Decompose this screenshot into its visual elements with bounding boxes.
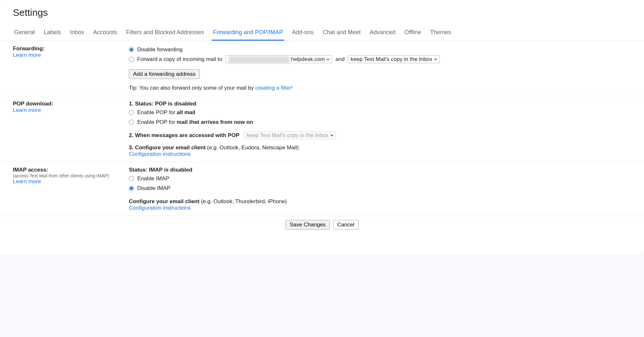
pop-label: POP download:: [13, 101, 122, 107]
section-forwarding: Forwarding: Learn more Disable forwardin…: [0, 41, 644, 96]
cancel-button[interactable]: Cancel: [333, 220, 359, 230]
pop-configure-hint: (e.g. Outlook, Eudora, Netscape Mail): [206, 144, 299, 151]
section-imap: IMAP access: (access Text Mail from othe…: [0, 162, 644, 216]
pop-enable-new-label: Enable POP for mail that arrives from no…: [137, 118, 253, 126]
forwarding-learn-more-link[interactable]: Learn more: [13, 52, 41, 58]
forwarding-disable-label: Disable forwarding: [137, 45, 183, 54]
pop-enable-all-label: Enable POP for all mail: [137, 108, 195, 117]
imap-label: IMAP access:: [13, 167, 122, 173]
forwarding-disable-radio[interactable]: [129, 47, 134, 52]
imap-configure-hint: (e.g. Outlook, Thunderbird, iPhone): [199, 198, 287, 204]
tab-inbox[interactable]: Inbox: [69, 25, 85, 41]
page-title: Settings: [0, 0, 644, 21]
tab-addons[interactable]: Add-ons: [291, 25, 315, 41]
forwarding-address-select[interactable]: helpdesk.com: [226, 55, 332, 63]
obscured-address: [228, 56, 290, 63]
imap-config-instructions-link[interactable]: Configuration instructions: [129, 205, 191, 211]
imap-sub-label: (access Text Mail from other clients usi…: [13, 173, 122, 178]
tab-chat-meet[interactable]: Chat and Meet: [321, 25, 362, 41]
forwarding-enable-label: Forward a copy of incoming mail to: [137, 55, 222, 64]
forwarding-enable-radio[interactable]: [129, 57, 134, 62]
tab-general[interactable]: General: [13, 25, 36, 41]
imap-disable-label: Disable IMAP: [137, 184, 170, 193]
forwarding-address-suffix: helpdesk.com: [291, 56, 325, 62]
tab-advanced[interactable]: Advanced: [369, 25, 397, 41]
create-filter-link[interactable]: creating a filter!: [255, 85, 293, 91]
tab-accounts[interactable]: Accounts: [92, 25, 118, 41]
save-changes-button[interactable]: Save Changes: [285, 220, 330, 230]
imap-status-label: Status: IMAP is disabled: [129, 167, 192, 173]
tab-offline[interactable]: Offline: [403, 25, 423, 41]
tab-themes[interactable]: Themes: [429, 25, 452, 41]
tab-filters[interactable]: Filters and Blocked Addresses: [125, 25, 205, 41]
tab-labels[interactable]: Labels: [43, 25, 62, 41]
add-forwarding-address-button[interactable]: Add a forwarding address: [129, 69, 200, 79]
forwarding-label: Forwarding:: [13, 45, 122, 52]
tab-forwarding-pop-imap[interactable]: Forwarding and POP/IMAP: [212, 25, 284, 41]
forwarding-tip-text: Tip: You can also forward only some of y…: [129, 85, 255, 91]
imap-learn-more-link[interactable]: Learn more: [13, 178, 41, 184]
pop-status-prefix: 1.: [129, 101, 135, 107]
pop-learn-more-link[interactable]: Learn more: [13, 107, 41, 113]
pop-configure-label: Configure your email client: [135, 144, 206, 151]
settings-tabs: General Labels Inbox Accounts Filters an…: [0, 25, 644, 41]
pop-action-select[interactable]: keep Text Mail's copy in the Inbox: [244, 131, 336, 139]
imap-enable-label: Enable IMAP: [137, 174, 169, 183]
pop-configure-prefix: 3.: [129, 144, 135, 151]
forwarding-keep-select[interactable]: keep Text Mail's copy in the Inbox: [348, 55, 440, 63]
imap-configure-label: Configure your email client: [129, 198, 199, 204]
pop-status-label: Status: POP is disabled: [135, 101, 197, 107]
forwarding-and-text: and: [335, 55, 344, 64]
pop-when-prefix: 2.: [129, 132, 135, 138]
imap-enable-radio[interactable]: [129, 176, 134, 181]
pop-when-label: When messages are accessed with POP: [135, 132, 239, 138]
imap-disable-radio[interactable]: [129, 186, 134, 191]
pop-enable-all-radio[interactable]: [129, 110, 134, 115]
pop-enable-new-radio[interactable]: [129, 120, 134, 125]
footer-buttons: Save Changes Cancel: [0, 216, 644, 243]
pop-config-instructions-link[interactable]: Configuration instructions: [129, 151, 191, 157]
section-pop: POP download: Learn more 1. Status: POP …: [0, 96, 644, 162]
